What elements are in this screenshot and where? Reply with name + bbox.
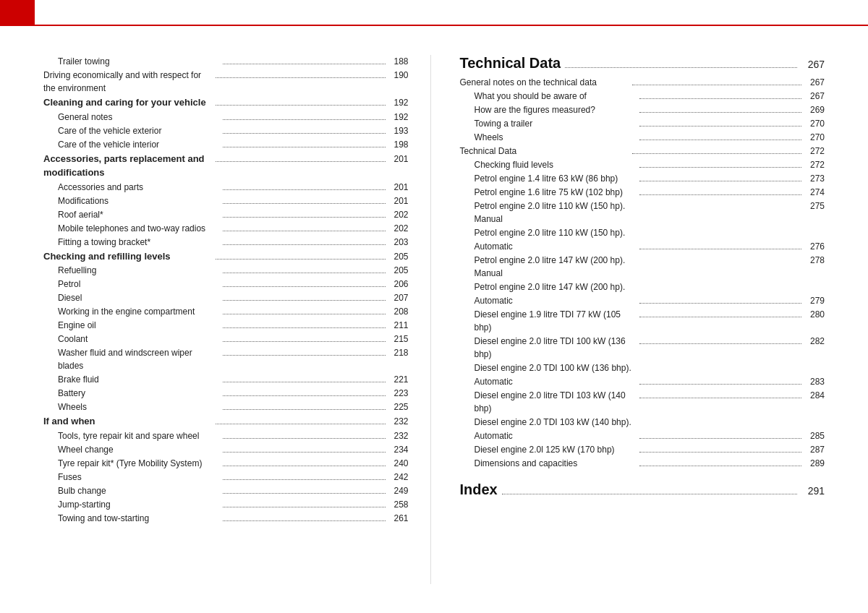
toc-entry: Towing a trailer270 [460,117,825,130]
toc-entry: Brake fluid221 [43,373,409,386]
toc-dots [639,317,801,317]
toc-entry: Petrol206 [43,278,409,291]
toc-page-number: 215 [388,334,409,344]
toc-entry: Diesel engine 2.0 litre TDI 100 kW (136 … [460,335,825,361]
left-column: Trailer towing188Driving economically an… [43,55,431,584]
toc-entry-text: Petrol engine 2.0 litre 110 kW (150 hp). [475,226,639,239]
toc-page-number: 275 [804,201,825,211]
toc-entry-text: Petrol engine 2.0 litre 110 kW (150 hp).… [475,200,639,226]
toc-dots [223,231,385,231]
toc-dots [639,249,801,249]
section-page-number: 267 [801,59,825,70]
toc-entry-text: Automatic [475,240,637,253]
toc-page-number: 279 [804,296,825,306]
toc-entry-text: Checking fluid levels [475,158,637,171]
toc-entry-text: Jump-starting [58,498,220,511]
toc-entry: How are the figures measured?269 [460,103,825,116]
toc-page-number: 234 [388,445,409,455]
toc-entry-text: Diesel engine 2.0l 125 kW (170 bhp) [475,443,637,456]
toc-page-number: 192 [388,112,409,122]
toc-entry: Tyre repair kit* (Tyre Mobility System)2… [43,457,409,470]
toc-entry-text: Automatic [475,429,637,442]
toc-entry: Accessories, parts replacement and modif… [43,152,409,180]
toc-dots [223,133,385,134]
toc-entry-text: Petrol [58,278,220,291]
toc-entry-text: Checking and refilling levels [43,249,213,264]
toc-entry-text: Care of the vehicle exterior [58,124,220,137]
toc-dots [223,466,385,466]
toc-entry: Care of the vehicle interior198 [43,138,409,151]
toc-page-number: 193 [388,126,409,136]
toc-entry-text: Roof aerial* [58,208,220,221]
toc-entry-text: Driving economically and with respect fo… [43,69,213,95]
toc-dots [223,409,385,410]
toc-entry: Automatic279 [460,294,825,307]
toc-entry: Automatic283 [460,375,825,388]
toc-entry-text: If and when [43,414,213,429]
toc-dots [632,85,801,85]
toc-entry-text: Brake fluid [58,373,220,386]
toc-dots [216,161,385,162]
toc-dots [223,203,385,204]
toc-entry-text: Cleaning and caring for your vehicle [43,95,213,110]
toc-page-number: 278 [804,255,825,265]
toc-page-number: 232 [388,431,409,441]
toc-section-big: Index291 [460,481,825,498]
section-header-label: Technical Data [460,55,561,72]
toc-entry: Diesel207 [43,291,409,304]
toc-dots [639,194,801,195]
toc-page-number: 283 [804,377,825,387]
toc-page-number: 201 [388,196,409,206]
toc-entry-text: Technical Data [460,145,629,158]
toc-entry-text: Dimensions and capacities [475,457,637,470]
toc-page-number: 280 [804,309,825,320]
section-header-label: Index [460,481,498,498]
toc-entry: Towing and tow-starting261 [43,512,409,525]
toc-page-number: 223 [388,388,409,398]
right-column: Technical Data267General notes on the te… [431,55,825,584]
toc-entry-text: Diesel engine 2.0 litre TDI 103 kW (140 … [475,389,637,415]
toc-entry-text: What you should be aware of [475,90,637,103]
toc-entry: Wheels225 [43,400,409,413]
toc-dots [216,424,385,424]
toc-entry: Working in the engine compartment208 [43,305,409,318]
toc-entry: Mobile telephones and two-way radios202 [43,222,409,235]
toc-entry-text: Diesel engine 2.0 TDI 100 kW (136 bhp). [475,361,639,374]
section-page-number: 291 [801,485,825,497]
toc-page-number: 203 [388,237,409,247]
toc-dots [223,438,385,439]
toc-page-number: 205 [388,252,409,262]
toc-entry: Modifications201 [43,194,409,207]
toc-entry: Petrol engine 2.0 litre 147 kW (200 hp). [460,280,825,293]
toc-section-big: Technical Data267 [460,55,825,72]
toc-entry: Wheels270 [460,131,825,144]
toc-entry-text: Modifications [58,194,220,207]
toc-entry-text: Towing and tow-starting [58,512,220,525]
toc-dots [632,153,801,154]
toc-page-number: 270 [804,119,825,129]
toc-entry-text: General notes on the technical data [460,76,629,89]
toc-entry: General notes on the technical data267 [460,76,825,89]
toc-entry: Fuses242 [43,471,409,484]
toc-dots [639,140,801,140]
toc-page-number: 202 [388,223,409,233]
toc-dots [639,181,801,181]
toc-page-number: 273 [804,173,825,184]
toc-entry-text: Petrol engine 2.0 litre 147 kW (200 hp). [475,280,639,293]
toc-entry-text: Wheel change [58,443,220,456]
toc-page-number: 198 [388,140,409,150]
toc-dots [639,167,801,168]
toc-page-number: 218 [388,348,409,358]
page-number [0,0,35,25]
toc-entry: Driving economically and with respect fo… [43,69,409,95]
toc-dots [223,341,385,342]
toc-entry: Battery223 [43,387,409,400]
toc-entry-text: Wheels [475,131,637,144]
toc-dots [223,314,385,314]
toc-entry: Petrol engine 1.4 litre 63 kW (86 bhp)27… [460,172,825,185]
toc-entry: Diesel engine 2.0l 125 kW (170 bhp)287 [460,443,825,456]
toc-page-number: 242 [388,472,409,482]
toc-dots [223,286,385,287]
toc-entry: Jump-starting258 [43,498,409,511]
toc-page-number: 261 [388,513,409,523]
